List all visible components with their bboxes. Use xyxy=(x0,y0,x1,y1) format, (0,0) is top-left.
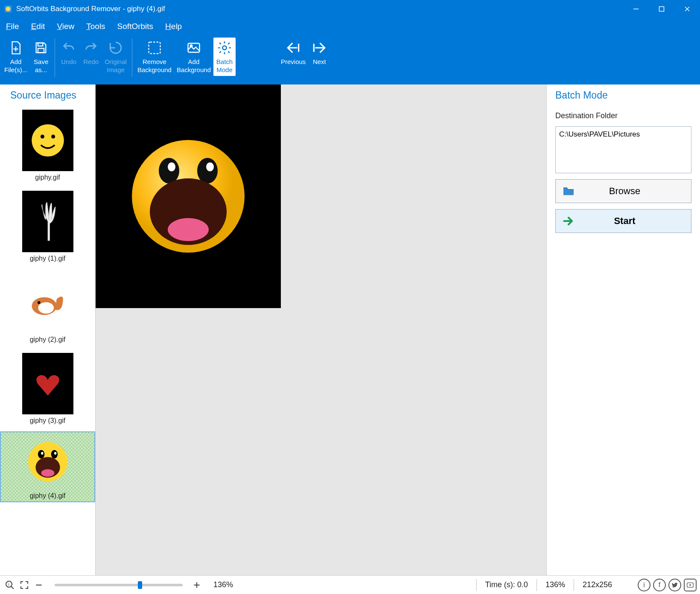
thumbnail-image xyxy=(22,191,73,252)
svg-point-1 xyxy=(6,7,11,12)
redo-label: Redo xyxy=(83,58,99,66)
zoom-percent-label: 136% xyxy=(205,580,242,589)
previous-button[interactable]: Previous xyxy=(278,38,308,68)
info-icon[interactable]: i xyxy=(638,579,650,591)
save-icon xyxy=(32,39,50,56)
menu-bar: File Edit View Tools SoftOrbits Help xyxy=(0,18,700,35)
thumbnail-item[interactable]: giphy.gif xyxy=(0,107,95,184)
remove-background-button[interactable]: RemoveBackground xyxy=(135,38,174,76)
svg-line-37 xyxy=(11,586,14,589)
zoom-fit-button[interactable] xyxy=(18,579,31,591)
title-bar: SoftOrbits Background Remover - giphy (4… xyxy=(0,0,700,18)
thumbnail-item[interactable]: giphy (2).gif xyxy=(0,269,95,346)
social-links: i f xyxy=(638,579,697,591)
menu-file-rest: ile xyxy=(11,22,19,31)
twitter-icon[interactable] xyxy=(668,579,681,591)
thumbnail-label: giphy (2).gif xyxy=(30,336,66,344)
add-background-button[interactable]: AddBackground xyxy=(174,38,213,76)
undo-label: Undo xyxy=(61,58,76,66)
next-button[interactable]: Next xyxy=(308,38,330,68)
zoom-actual-button[interactable]: 1 xyxy=(3,579,16,591)
status-bar: 1 136% Time (s): 0.0 136% 212x256 i f xyxy=(0,575,700,594)
destination-folder-label: Destination Folder xyxy=(555,111,691,120)
window-title: SoftOrbits Background Remover - giphy (4… xyxy=(16,5,623,13)
canvas-area[interactable] xyxy=(96,84,546,575)
thumbnail-image xyxy=(14,434,82,489)
menu-softorbits[interactable]: SoftOrbits xyxy=(117,22,153,31)
zoom-slider-knob[interactable] xyxy=(138,581,142,589)
zoom-percent-label-2: 136% xyxy=(537,580,574,589)
thumbnail-label: giphy (1).gif xyxy=(30,255,66,262)
svg-point-16 xyxy=(32,124,64,157)
zoom-out-button[interactable] xyxy=(32,579,45,591)
original-image-label: OriginalImage xyxy=(105,58,127,74)
start-button[interactable]: Start xyxy=(555,209,691,233)
svg-point-26 xyxy=(54,452,56,455)
close-button[interactable] xyxy=(674,0,700,18)
svg-point-25 xyxy=(41,452,44,455)
history-icon xyxy=(107,39,124,56)
thumbnail-label: giphy.gif xyxy=(35,174,60,181)
batch-mode-title: Batch Mode xyxy=(555,90,691,101)
batch-mode-label: BatchMode xyxy=(216,58,233,74)
add-file-icon xyxy=(7,39,24,56)
thumbnail-item[interactable]: giphy (1).gif xyxy=(0,188,95,265)
svg-point-21 xyxy=(37,301,40,304)
svg-rect-10 xyxy=(149,42,160,54)
menu-file[interactable]: File xyxy=(6,22,19,31)
menu-help[interactable]: Help xyxy=(165,22,182,31)
browse-button[interactable]: Browse xyxy=(555,179,691,203)
svg-point-18 xyxy=(51,135,55,139)
svg-point-35 xyxy=(168,218,209,241)
menu-tools[interactable]: Tools xyxy=(86,22,105,31)
arrow-left-icon xyxy=(285,39,302,56)
svg-point-24 xyxy=(51,450,57,459)
batch-mode-panel: Batch Mode Destination Folder Browse Sta… xyxy=(546,84,700,575)
svg-point-28 xyxy=(41,469,54,477)
previous-label: Previous xyxy=(281,58,306,66)
thumbnail-image xyxy=(22,353,73,414)
facebook-icon[interactable]: f xyxy=(653,579,666,591)
folder-icon xyxy=(561,183,576,199)
image-dimensions-label: 212x256 xyxy=(574,580,638,589)
menu-view[interactable]: View xyxy=(57,22,74,31)
toolbar: AddFile(s)... Saveas... Undo Redo Origin… xyxy=(0,35,700,84)
start-button-label: Start xyxy=(580,215,686,227)
add-files-label: AddFile(s)... xyxy=(4,58,27,74)
svg-rect-3 xyxy=(659,7,664,12)
svg-point-32 xyxy=(168,163,175,172)
svg-text:1: 1 xyxy=(8,582,10,586)
youtube-icon[interactable] xyxy=(684,579,697,591)
next-label: Next xyxy=(313,58,326,66)
thumbnail-item[interactable]: giphy (4).gif xyxy=(0,431,95,502)
redo-icon xyxy=(82,39,99,56)
svg-point-23 xyxy=(38,450,44,459)
thumbnail-item[interactable]: giphy (3).gif xyxy=(0,350,95,427)
source-images-list: giphy.gif giphy (1).gif giphy (2).gif xyxy=(0,105,95,575)
source-images-panel: Source Images giphy.gif giphy (1).gif xyxy=(0,84,96,575)
svg-rect-9 xyxy=(38,48,44,52)
gear-icon xyxy=(216,39,233,56)
destination-folder-input[interactable] xyxy=(555,126,691,173)
menu-edit[interactable]: Edit xyxy=(31,22,45,31)
save-as-button[interactable]: Saveas... xyxy=(30,38,52,76)
batch-mode-button[interactable]: BatchMode xyxy=(213,38,236,76)
svg-point-13 xyxy=(223,46,227,50)
svg-point-30 xyxy=(159,158,179,183)
original-image-button: OriginalImage xyxy=(102,38,129,76)
thumbnail-image xyxy=(22,110,73,171)
add-bg-icon xyxy=(185,39,202,56)
maximize-button[interactable] xyxy=(649,0,674,18)
thumbnail-label: giphy (3).gif xyxy=(30,417,66,425)
add-files-button[interactable]: AddFile(s)... xyxy=(2,38,30,76)
zoom-in-button[interactable] xyxy=(190,579,203,591)
save-as-label: Saveas... xyxy=(34,58,48,74)
arrow-right-icon xyxy=(311,39,328,56)
add-bg-label: AddBackground xyxy=(177,58,211,74)
thumbnail-image xyxy=(22,272,73,333)
remove-bg-label: RemoveBackground xyxy=(137,58,172,74)
browse-button-label: Browse xyxy=(580,186,686,197)
minimize-button[interactable] xyxy=(623,0,649,18)
undo-icon xyxy=(60,39,77,56)
zoom-slider[interactable] xyxy=(55,584,183,586)
